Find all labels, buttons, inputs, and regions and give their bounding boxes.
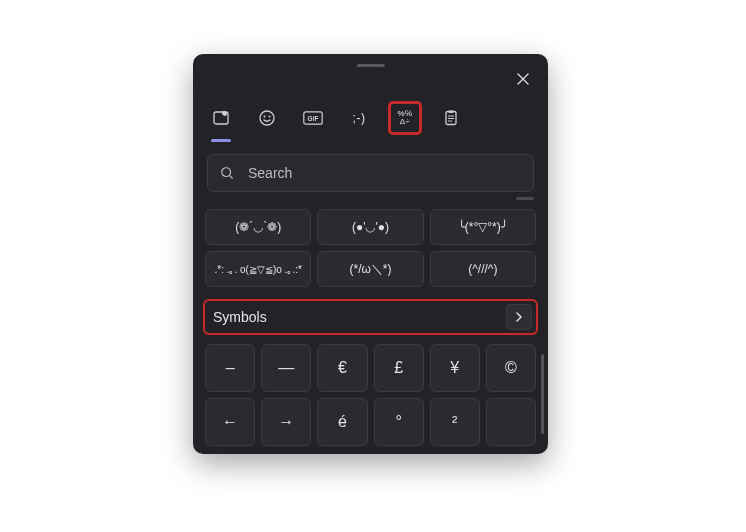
category-tabs: GIF ;-) %℅ Δ÷ xyxy=(207,104,465,132)
close-icon xyxy=(517,73,529,85)
search-icon xyxy=(220,166,234,180)
symbol-item[interactable]: ² xyxy=(430,398,480,446)
kaomoji-item[interactable]: .*: .｡. o(≧▽≦)o .｡.:* xyxy=(205,251,311,287)
symbol-item[interactable]: € xyxy=(317,344,367,392)
symbol-item[interactable]: é xyxy=(317,398,367,446)
chevron-right-icon xyxy=(514,312,524,322)
section-title: Symbols xyxy=(213,309,506,325)
symbol-item[interactable]: ¥ xyxy=(430,344,480,392)
recent-icon xyxy=(212,109,230,127)
symbol-item[interactable]: – xyxy=(205,344,255,392)
close-button[interactable] xyxy=(512,68,534,90)
svg-point-11 xyxy=(222,168,231,177)
scrollbar[interactable] xyxy=(541,354,544,434)
symbol-item[interactable]: © xyxy=(486,344,536,392)
symbol-item[interactable]: ← xyxy=(205,398,255,446)
symbol-item[interactable] xyxy=(486,398,536,446)
kaomoji-item[interactable]: (*/ω＼*) xyxy=(317,251,423,287)
kaomoji-item[interactable]: ╰(*°▽°*)╯ xyxy=(430,209,536,245)
kaomoji-grid: (❁´◡`❁) (●'◡'●) ╰(*°▽°*)╯ .*: .｡. o(≧▽≦)… xyxy=(205,209,536,287)
symbols-section-header[interactable]: Symbols xyxy=(203,299,538,335)
symbol-grid: – — € £ ¥ © ← → é ° ² xyxy=(205,344,536,446)
symbol-item[interactable]: £ xyxy=(374,344,424,392)
svg-text:GIF: GIF xyxy=(308,115,319,122)
symbols-icon: %℅ Δ÷ xyxy=(397,110,412,126)
symbol-item[interactable]: — xyxy=(261,344,311,392)
tab-clipboard[interactable] xyxy=(437,104,465,132)
search-input[interactable] xyxy=(246,164,521,182)
emoji-icon xyxy=(258,109,276,127)
tab-kaomoji[interactable]: ;-) xyxy=(345,104,373,132)
clipboard-icon xyxy=(442,109,460,127)
kaomoji-item[interactable]: (^///^) xyxy=(430,251,536,287)
kaomoji-item[interactable]: (❁´◡`❁) xyxy=(205,209,311,245)
kaomoji-item[interactable]: (●'◡'●) xyxy=(317,209,423,245)
emoji-panel: GIF ;-) %℅ Δ÷ xyxy=(193,54,548,454)
symbol-item[interactable]: ° xyxy=(374,398,424,446)
expand-button[interactable] xyxy=(506,304,532,330)
gif-icon: GIF xyxy=(303,111,323,125)
svg-point-3 xyxy=(269,116,271,118)
tab-gif[interactable]: GIF xyxy=(299,104,327,132)
kaomoji-icon: ;-) xyxy=(353,114,366,122)
drag-handle[interactable] xyxy=(357,64,385,67)
section-indicator xyxy=(516,197,534,200)
search-box[interactable] xyxy=(207,154,534,192)
tab-symbols[interactable]: %℅ Δ÷ xyxy=(391,104,419,132)
svg-line-12 xyxy=(230,176,233,179)
svg-rect-7 xyxy=(449,111,454,114)
symbol-item[interactable]: → xyxy=(261,398,311,446)
tab-emoji[interactable] xyxy=(253,104,281,132)
svg-point-2 xyxy=(264,116,266,118)
tab-recent[interactable] xyxy=(207,104,235,132)
svg-point-1 xyxy=(260,111,274,125)
